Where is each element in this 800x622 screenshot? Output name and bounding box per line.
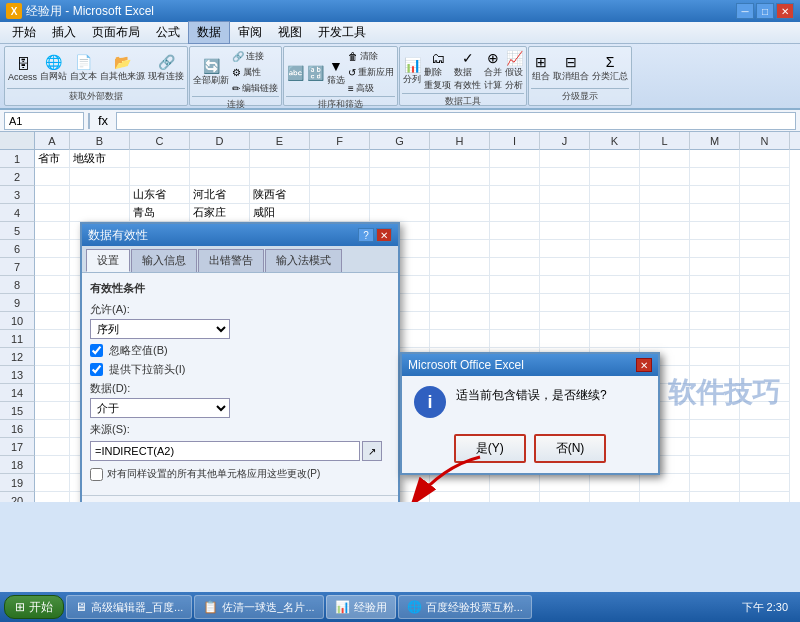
name-box[interactable]: [4, 112, 84, 130]
cell-g2[interactable]: [370, 168, 430, 186]
menu-page-layout[interactable]: 页面布局: [84, 22, 148, 43]
ribbon-access-btn[interactable]: 🗄Access: [7, 55, 38, 83]
menu-review[interactable]: 审阅: [230, 22, 270, 43]
ribbon-text-btn[interactable]: 📄自文本: [69, 53, 98, 84]
cell-i1[interactable]: [490, 150, 540, 168]
menu-data[interactable]: 数据: [188, 21, 230, 44]
cell-a6[interactable]: [35, 240, 70, 258]
menu-insert[interactable]: 插入: [44, 22, 84, 43]
dv-allow-select[interactable]: 序列: [90, 319, 230, 339]
cell-h2[interactable]: [430, 168, 490, 186]
cell-c4[interactable]: 青岛: [130, 204, 190, 222]
alert-close-button[interactable]: ✕: [636, 358, 652, 372]
dv-apply-checkbox[interactable]: [90, 468, 103, 481]
cell-i5[interactable]: [490, 222, 540, 240]
cell-k2[interactable]: [590, 168, 640, 186]
ribbon-consolidate-btn[interactable]: ⊕合并计算: [483, 49, 503, 93]
cell-i4[interactable]: [490, 204, 540, 222]
cell-j3[interactable]: [540, 186, 590, 204]
cell-m3[interactable]: [690, 186, 740, 204]
ribbon-filter-btn[interactable]: ▼筛选: [326, 57, 346, 88]
cell-j2[interactable]: [540, 168, 590, 186]
cell-h8[interactable]: [430, 276, 490, 294]
cell-g4[interactable]: [370, 204, 430, 222]
ribbon-edit-link-btn[interactable]: ✏编辑链接: [231, 81, 279, 96]
minimize-button[interactable]: ─: [736, 3, 754, 19]
cell-g1[interactable]: [370, 150, 430, 168]
cell-e4[interactable]: 咸阳: [250, 204, 310, 222]
cell-f3[interactable]: [310, 186, 370, 204]
cell-n2[interactable]: [740, 168, 790, 186]
cell-m6[interactable]: [690, 240, 740, 258]
cell-k3[interactable]: [590, 186, 640, 204]
cell-i3[interactable]: [490, 186, 540, 204]
dv-tab-settings[interactable]: 设置: [86, 249, 130, 272]
menu-start[interactable]: 开始: [4, 22, 44, 43]
alert-yes-button[interactable]: 是(Y): [454, 434, 526, 463]
dv-ignore-blank-checkbox[interactable]: [90, 344, 103, 357]
cell-l2[interactable]: [640, 168, 690, 186]
dv-help-button[interactable]: ?: [358, 228, 374, 242]
ribbon-split-btn[interactable]: 📊分列: [402, 56, 422, 87]
cell-b3[interactable]: [70, 186, 130, 204]
cell-l5[interactable]: [640, 222, 690, 240]
cell-a3[interactable]: [35, 186, 70, 204]
cell-f4[interactable]: [310, 204, 370, 222]
cell-l3[interactable]: [640, 186, 690, 204]
cell-k7[interactable]: [590, 258, 640, 276]
cell-l7[interactable]: [640, 258, 690, 276]
menu-formula[interactable]: 公式: [148, 22, 188, 43]
cell-e3[interactable]: 陕西省: [250, 186, 310, 204]
cell-c1[interactable]: [130, 150, 190, 168]
cell-k1[interactable]: [590, 150, 640, 168]
cell-j7[interactable]: [540, 258, 590, 276]
cell-k5[interactable]: [590, 222, 640, 240]
cell-h6[interactable]: [430, 240, 490, 258]
cell-l1[interactable]: [640, 150, 690, 168]
dv-tab-ime-mode[interactable]: 输入法模式: [265, 249, 342, 272]
cell-c3[interactable]: 山东省: [130, 186, 190, 204]
ribbon-advanced-btn[interactable]: ≡高级: [347, 81, 395, 96]
menu-dev-tools[interactable]: 开发工具: [310, 22, 374, 43]
cell-j1[interactable]: [540, 150, 590, 168]
cell-b2[interactable]: [70, 168, 130, 186]
ribbon-web-btn[interactable]: 🌐自网站: [39, 53, 68, 84]
cell-i6[interactable]: [490, 240, 540, 258]
dv-tab-input-message[interactable]: 输入信息: [131, 249, 197, 272]
cell-h7[interactable]: [430, 258, 490, 276]
start-button[interactable]: ⊞ 开始: [4, 595, 64, 619]
cell-e2[interactable]: [250, 168, 310, 186]
ribbon-existing-btn[interactable]: 🔗现有连接: [147, 53, 185, 84]
ribbon-sort-desc-btn[interactable]: 🔡: [306, 64, 325, 82]
dv-source-input[interactable]: [90, 441, 360, 461]
cell-n5[interactable]: [740, 222, 790, 240]
cell-m1[interactable]: [690, 150, 740, 168]
cell-d1[interactable]: [190, 150, 250, 168]
cell-j4[interactable]: [540, 204, 590, 222]
cell-a7[interactable]: [35, 258, 70, 276]
dv-tab-error-alert[interactable]: 出错警告: [198, 249, 264, 272]
taskbar-item-excel[interactable]: 📊 经验用: [326, 595, 396, 619]
taskbar-item-advanced-editor[interactable]: 🖥 高级编辑器_百度...: [66, 595, 192, 619]
cell-d4[interactable]: 石家庄: [190, 204, 250, 222]
close-button[interactable]: ✕: [776, 3, 794, 19]
taskbar-item-namecard[interactable]: 📋 佐清一球迭_名片...: [194, 595, 323, 619]
cell-n7[interactable]: [740, 258, 790, 276]
ribbon-subtotal-btn[interactable]: Σ分类汇总: [591, 53, 629, 84]
cell-k6[interactable]: [590, 240, 640, 258]
cell-j5[interactable]: [540, 222, 590, 240]
cell-l6[interactable]: [640, 240, 690, 258]
ribbon-reapply-btn[interactable]: ↺重新应用: [347, 65, 395, 80]
cell-j6[interactable]: [540, 240, 590, 258]
cell-e1[interactable]: [250, 150, 310, 168]
cell-c2[interactable]: [130, 168, 190, 186]
ribbon-prop-btn[interactable]: ⚙属性: [231, 65, 279, 80]
cell-h1[interactable]: [430, 150, 490, 168]
ribbon-ungroup-btn[interactable]: ⊟取消组合: [552, 53, 590, 84]
cell-h4[interactable]: [430, 204, 490, 222]
cell-b1[interactable]: 地级市: [70, 150, 130, 168]
cell-f1[interactable]: [310, 150, 370, 168]
cell-m7[interactable]: [690, 258, 740, 276]
cell-n1[interactable]: [740, 150, 790, 168]
dv-source-range-button[interactable]: ↗: [362, 441, 382, 461]
